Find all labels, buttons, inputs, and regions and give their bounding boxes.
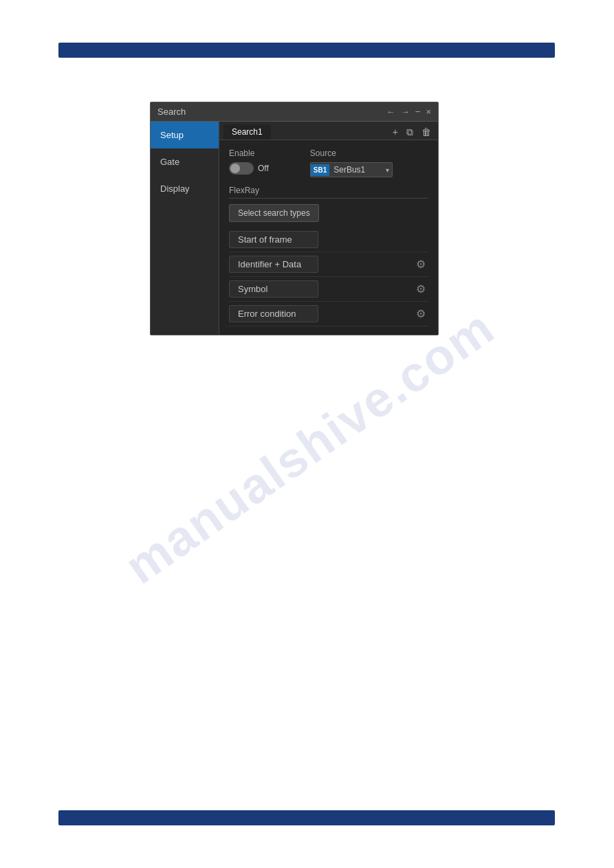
enable-source-row: Enable Off Source SB1 SerB (229, 148, 428, 177)
bottom-bar (58, 810, 555, 825)
title-bar-controls: ← → − × (386, 107, 431, 117)
source-label: Source (310, 148, 393, 158)
toggle-knob (230, 164, 240, 173)
sidebar-item-gate[interactable]: Gate (151, 148, 219, 175)
search-type-header: Select search types (229, 204, 428, 222)
source-dropdown-arrow: ▾ (383, 164, 392, 176)
dialog-title: Search (157, 107, 186, 117)
error-condition-gear-icon[interactable]: ⚙ (413, 307, 428, 320)
flexray-section-label: FlexRay (229, 186, 428, 199)
search-option-error-condition: Error condition ⚙ (229, 302, 428, 326)
tab-search1[interactable]: Search1 (223, 124, 271, 140)
add-tab-button[interactable]: + (390, 125, 401, 139)
symbol-gear-icon[interactable]: ⚙ (413, 282, 428, 296)
enable-toggle[interactable] (229, 162, 254, 175)
dialog-title-bar: Search ← → − × (151, 102, 438, 122)
watermark-text: manualshive.com (115, 299, 505, 595)
source-dropdown[interactable]: SB1 SerBus1 ▾ (310, 162, 393, 177)
forward-icon[interactable]: → (401, 107, 410, 117)
toggle-state-label: Off (258, 164, 269, 173)
source-value: SerBus1 (329, 163, 383, 177)
sidebar-display-label: Display (160, 183, 190, 194)
source-field: Source SB1 SerBus1 ▾ (310, 148, 393, 177)
select-search-types-button[interactable]: Select search types (229, 204, 319, 222)
start-of-frame-label[interactable]: Start of frame (229, 231, 318, 248)
dialog-body: Setup Gate Display Search1 + ⧉ 🗑 (151, 122, 438, 335)
sidebar-gate-label: Gate (160, 157, 179, 167)
left-sidebar: Setup Gate Display (151, 122, 219, 335)
search-option-start-of-frame: Start of frame (229, 227, 428, 252)
error-condition-label[interactable]: Error condition (229, 305, 318, 322)
enable-label: Enable (229, 148, 269, 158)
sidebar-item-display[interactable]: Display (151, 175, 219, 202)
back-icon[interactable]: ← (386, 107, 395, 117)
close-icon[interactable]: × (426, 107, 431, 117)
search-option-symbol: Symbol ⚙ (229, 277, 428, 302)
tab-actions: + ⧉ 🗑 (390, 125, 434, 140)
tab-bar: Search1 + ⧉ 🗑 (219, 122, 438, 140)
enable-toggle-container: Off (229, 162, 269, 175)
source-badge: SB1 (311, 164, 329, 176)
identifier-data-label[interactable]: Identifier + Data (229, 256, 318, 273)
symbol-label[interactable]: Symbol (229, 280, 318, 298)
search-dialog: Search ← → − × Setup Gate Display (150, 102, 439, 335)
enable-field: Enable Off (229, 148, 269, 175)
identifier-data-gear-icon[interactable]: ⚙ (413, 258, 428, 271)
delete-tab-button[interactable]: 🗑 (419, 125, 434, 139)
right-content: Search1 + ⧉ 🗑 Enable (219, 122, 438, 335)
copy-tab-button[interactable]: ⧉ (404, 125, 416, 140)
top-bar (58, 43, 555, 58)
sidebar-setup-label: Setup (160, 130, 184, 140)
title-bar-left: Search (157, 107, 186, 117)
minimize-icon[interactable]: − (415, 107, 421, 117)
content-area: Enable Off Source SB1 SerB (219, 140, 438, 335)
sidebar-item-setup[interactable]: Setup (151, 122, 219, 148)
tab-search1-label: Search1 (232, 127, 263, 137)
search-option-identifier-data: Identifier + Data ⚙ (229, 252, 428, 277)
